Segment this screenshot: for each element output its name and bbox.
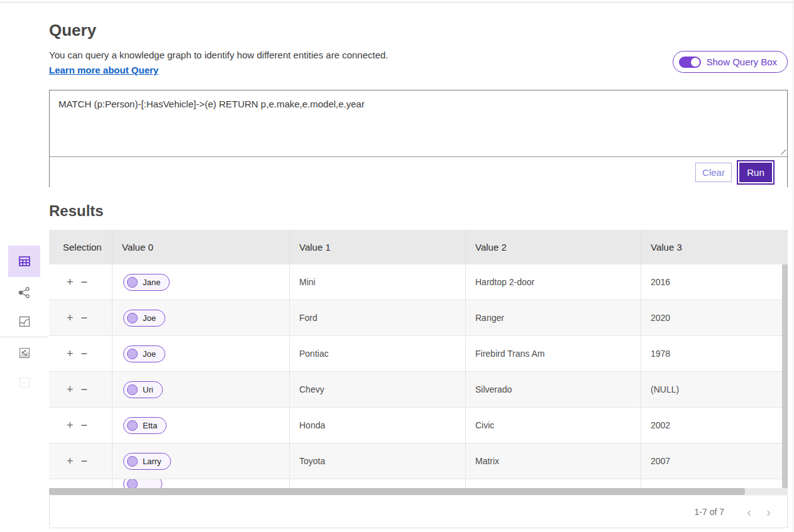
horizontal-scrollbar[interactable] xyxy=(49,488,788,495)
remove-from-selection-button[interactable]: − xyxy=(77,348,92,359)
value3-cell: 2002 xyxy=(641,408,782,443)
value0-cell: Jane xyxy=(112,264,289,300)
query-editor-box: MATCH (p:Person)-[:HasVehicle]->(e) RETU… xyxy=(49,90,788,187)
remove-from-selection-button[interactable]: − xyxy=(77,384,92,395)
add-to-selection-button[interactable]: + xyxy=(63,276,77,288)
previous-page-icon[interactable]: ‹ xyxy=(739,504,759,519)
value2-cell: Ranger xyxy=(465,300,641,335)
entity-pill[interactable]: Larry xyxy=(123,453,171,470)
pagination-bar: 1-7 of 7 ‹ › xyxy=(49,495,788,528)
results-title: Results xyxy=(49,202,104,220)
selection-cell: + − xyxy=(49,372,112,407)
value1-cell: Honda xyxy=(289,408,465,443)
value2-cell: Civic xyxy=(465,408,641,443)
map-graph-view-icon xyxy=(18,346,31,360)
value1-cell: Chevy xyxy=(289,372,465,407)
value1-cell: Ford xyxy=(289,300,465,335)
vertical-scrollbar-thumb[interactable] xyxy=(782,264,788,488)
vertical-scrollbar[interactable] xyxy=(782,264,788,488)
value3-cell: 2020 xyxy=(641,300,782,335)
node-dot-icon xyxy=(127,456,138,467)
graph-view-icon xyxy=(18,286,31,300)
query-actions-bar: Clear Run xyxy=(50,156,787,187)
entity-name: Joe xyxy=(143,313,156,323)
sidebar-item-graph-view[interactable] xyxy=(8,277,40,308)
table-body: + − Jane Mini Hardtop 2-door 2016 + − Jo… xyxy=(49,264,788,488)
next-page-icon[interactable]: › xyxy=(759,504,778,519)
node-dot-icon xyxy=(127,313,138,323)
sidebar-item-expand-view-disabled xyxy=(8,367,40,398)
toggle-knob xyxy=(691,58,700,67)
clear-button[interactable]: Clear xyxy=(695,163,732,182)
value0-cell: Joe xyxy=(112,336,289,371)
selection-cell: + − xyxy=(49,443,112,479)
add-to-selection-button[interactable]: + xyxy=(63,384,77,395)
value3-cell: (NULL) xyxy=(641,372,782,407)
page-title: Query xyxy=(49,21,96,40)
sidebar-item-table-view[interactable] xyxy=(8,246,40,277)
page-range-label: 1-7 of 7 xyxy=(695,507,724,517)
table-row: + − Uri Chevy Silverado (NULL) xyxy=(49,372,782,408)
remove-from-selection-button[interactable]: − xyxy=(77,420,92,431)
selection-cell: + − xyxy=(49,300,112,335)
map-view-icon xyxy=(18,315,31,328)
run-button[interactable]: Run xyxy=(739,163,772,182)
table-header-row: Selection Value 0 Value 1 Value 2 Value … xyxy=(49,230,788,264)
entity-name: Jane xyxy=(143,278,160,287)
selection-cell: + − xyxy=(49,264,112,300)
value2-cell: Hardtop 2-door xyxy=(465,264,641,300)
node-dot-icon xyxy=(127,277,138,288)
sidebar-item-map-view[interactable] xyxy=(8,306,40,337)
query-page: Query You can query a knowledge graph to… xyxy=(0,0,794,532)
show-query-box-label: Show Query Box xyxy=(706,57,777,67)
learn-more-link[interactable]: Learn more about Query xyxy=(49,65,158,75)
column-header-value1: Value 1 xyxy=(289,230,465,264)
entity-name: Joe xyxy=(143,349,156,359)
value0-cell: Joe xyxy=(112,300,289,335)
add-to-selection-button[interactable]: + xyxy=(63,455,77,467)
selection-cell: + − xyxy=(49,336,112,371)
show-query-box-toggle[interactable]: Show Query Box xyxy=(673,51,788,73)
table-row: + − Larry Toyota Matrix 2007 xyxy=(49,443,782,479)
add-to-selection-button[interactable]: + xyxy=(63,348,77,359)
table-body-rows: + − Jane Mini Hardtop 2-door 2016 + − Jo… xyxy=(49,264,782,479)
entity-name: Uri xyxy=(143,385,153,394)
horizontal-scrollbar-thumb[interactable] xyxy=(49,488,745,495)
column-header-value3: Value 3 xyxy=(641,230,788,264)
value2-cell: Matrix xyxy=(465,443,641,479)
value1-cell: Toyota xyxy=(289,443,465,479)
add-to-selection-button[interactable]: + xyxy=(63,420,77,431)
value1-cell: Pontiac xyxy=(289,336,465,371)
remove-from-selection-button[interactable]: − xyxy=(77,312,92,323)
toggle-on-icon xyxy=(679,57,701,68)
query-input[interactable]: MATCH (p:Person)-[:HasVehicle]->(e) RETU… xyxy=(50,90,787,156)
column-header-value2: Value 2 xyxy=(465,230,641,264)
table-row: + − Jane Mini Hardtop 2-door 2016 xyxy=(49,264,782,300)
entity-pill[interactable]: Jane xyxy=(123,274,170,291)
value2-cell: Silverado xyxy=(465,372,641,407)
table-row: + − Joe Ford Ranger 2020 xyxy=(49,300,782,336)
entity-pill[interactable]: Etta xyxy=(123,417,167,434)
add-to-selection-button[interactable]: + xyxy=(63,312,77,323)
node-dot-icon xyxy=(127,420,138,431)
remove-from-selection-button[interactable]: − xyxy=(77,276,92,288)
sidebar-item-map-graph-view[interactable] xyxy=(8,337,40,369)
entity-pill[interactable]: Joe xyxy=(123,310,165,327)
column-header-value0: Value 0 xyxy=(112,230,289,264)
column-header-selection: Selection xyxy=(49,230,112,264)
view-switcher-sidebar xyxy=(0,0,48,532)
value3-cell: 2007 xyxy=(641,443,782,479)
page-description: You can query a knowledge graph to ident… xyxy=(49,50,389,60)
table-view-icon xyxy=(17,254,32,269)
node-dot-icon xyxy=(127,479,138,488)
value0-cell: Larry xyxy=(112,443,289,479)
entity-pill[interactable]: Uri xyxy=(123,381,163,398)
entity-pill[interactable]: Joe xyxy=(123,345,165,362)
top-divider xyxy=(0,2,794,3)
entity-pill[interactable] xyxy=(123,479,162,488)
value3-cell: 2016 xyxy=(641,264,782,300)
remove-from-selection-button[interactable]: − xyxy=(77,455,92,467)
value0-cell: Uri xyxy=(112,372,289,407)
table-row: + − Etta Honda Civic 2002 xyxy=(49,408,782,443)
table-row-partial xyxy=(49,479,782,488)
